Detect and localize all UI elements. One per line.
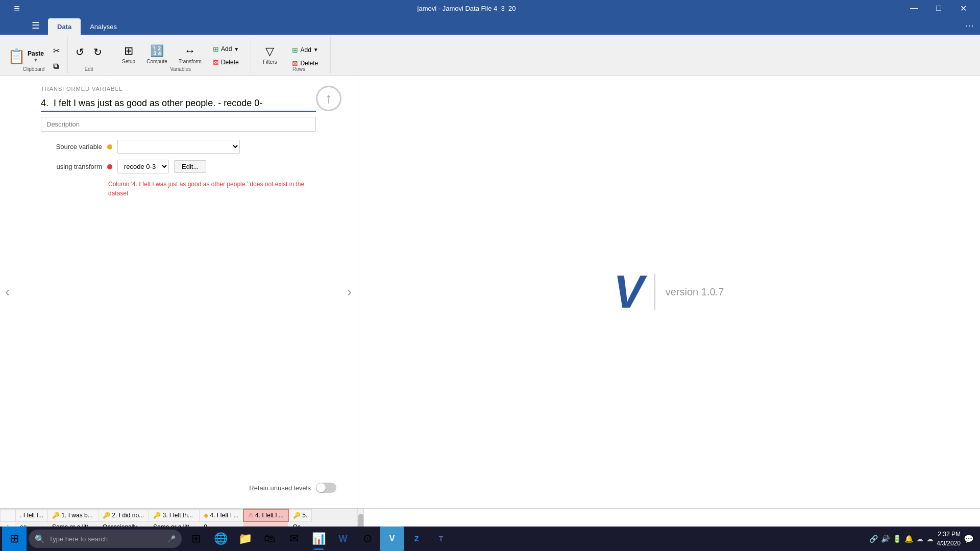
ribbon-toolbar: 📋 Paste ▼ ✂ ⧉ Clipboard ↺ [0, 35, 980, 76]
col-1-icon: 🔑 [52, 512, 61, 519]
minimize-button[interactable]: — [902, 0, 926, 16]
paste-label: Paste [28, 50, 44, 57]
maximize-button[interactable]: □ [927, 0, 950, 16]
col-header-0[interactable]: . I felt t... [16, 509, 48, 521]
col-5-label: 4. I felt I ... [255, 512, 284, 519]
compute-icon: 🔢 [150, 44, 164, 58]
nav-left-button[interactable]: ‹ [0, 279, 15, 305]
upload-icon: ↑ [325, 90, 332, 107]
section-label: TRANSFORMED VARIABLE [41, 86, 316, 92]
cut-button[interactable]: ✂ [50, 44, 63, 58]
powerpoint-button[interactable]: 📊 [306, 527, 331, 551]
setup-label: Setup [122, 59, 135, 64]
delete-icon: ⊠ [213, 58, 219, 66]
tab-analyses[interactable]: Analyses [81, 18, 126, 35]
col-header-4[interactable]: ◆ 4. I felt I ... [200, 509, 243, 521]
variables-delete-label: Delete [221, 59, 239, 66]
store-button[interactable]: 🛍 [257, 527, 282, 551]
search-icon: 🔍 [35, 534, 45, 544]
row-num-header [1, 509, 16, 521]
taskbar-time[interactable]: 2:32 PM 4/3/2020 [937, 530, 961, 548]
chrome-button[interactable]: ⊙ [355, 527, 380, 551]
tab-data[interactable]: Data [48, 18, 81, 35]
add-icon: ⊞ [213, 45, 219, 53]
main-area: ‹ › ↑ TRANSFORMED VARIABLE Source variab… [0, 76, 980, 508]
teams-button[interactable]: T [429, 527, 453, 551]
rows-label: Rows [259, 66, 338, 72]
transform-select[interactable]: recode 0-3 [117, 160, 169, 173]
col-4-label: 4. I felt I ... [210, 512, 239, 519]
var-name-input[interactable] [41, 96, 316, 112]
source-variable-row: Source variable [41, 140, 316, 154]
menu-button[interactable]: ≡ [5, 0, 29, 17]
col-1-label: 1. I was b... [61, 512, 92, 519]
hamburger-menu[interactable]: ☰ [26, 16, 46, 35]
network-icon[interactable]: 🔗 [869, 535, 878, 543]
mic-icon[interactable]: 🎤 [167, 535, 176, 543]
source-variable-select[interactable] [117, 140, 240, 154]
col-header-3[interactable]: 🔑 3. I felt th... [149, 509, 200, 521]
col-header-6[interactable]: 🔑 5. [288, 509, 312, 521]
source-label: Source variable [41, 143, 102, 151]
notifications-badge[interactable]: 💬 [964, 534, 974, 544]
close-button[interactable]: ✕ [951, 0, 975, 16]
task-view-button[interactable]: ⊞ [184, 527, 208, 551]
col-3-label: 3. I felt th... [162, 512, 192, 519]
rows-add-button[interactable]: ⊞ Add ▼ [288, 44, 322, 56]
col-4-icon: ◆ [204, 512, 210, 519]
retain-toggle[interactable] [316, 483, 336, 493]
zoom-button[interactable]: Z [404, 527, 429, 551]
using-transform-label: using transform [41, 163, 102, 170]
word-button[interactable]: W [331, 527, 355, 551]
date: 4/3/2020 [937, 539, 961, 548]
volume-icon[interactable]: 🔊 [881, 535, 890, 543]
explorer-button[interactable]: 📁 [233, 527, 257, 551]
transform-button[interactable]: ↔ Transform [175, 43, 205, 66]
rows-delete-label: Delete [300, 60, 318, 67]
edit-group: ↺ ↻ Edit [68, 37, 110, 73]
paste-button[interactable]: 📋 Paste ▼ [4, 46, 47, 66]
filters-button[interactable]: ▽ Filters [259, 43, 280, 66]
battery-icon[interactable]: 🔋 [893, 535, 901, 543]
edge-button[interactable]: 🌐 [208, 527, 233, 551]
col-header-1[interactable]: 🔑 1. I was b... [48, 509, 99, 521]
logo-version: version 1.0.7 [666, 286, 724, 298]
col-header-2[interactable]: 🔑 2. I did no... [99, 509, 149, 521]
rows-add-dropdown-icon: ▼ [313, 47, 318, 53]
setup-button[interactable]: ⊞ Setup [118, 43, 139, 66]
rows-group: ▽ Filters ⊞ Add ▼ ⊠ Delete Rows [251, 37, 331, 73]
setup-icon: ⊞ [124, 44, 133, 58]
start-button[interactable]: ⊞ [2, 527, 27, 551]
col-0-label: . I felt t... [20, 512, 43, 519]
ribbon-more-button[interactable]: ⋯ [959, 16, 980, 35]
col-header-5[interactable]: ⚠ 4. I felt I ... [243, 509, 288, 521]
variables-label: Variables [110, 66, 251, 72]
titlebar-title: jamovi - Jamovi Data File 4_3_20 [31, 5, 902, 12]
variables-add-button[interactable]: ⊞ Add ▼ [209, 43, 242, 55]
mail-button[interactable]: ✉ [282, 527, 306, 551]
search-text: Type here to search [49, 535, 108, 543]
window-controls: — □ ✕ [902, 0, 975, 16]
edit-button[interactable]: Edit... [174, 160, 206, 173]
redo-button[interactable]: ↻ [90, 44, 106, 60]
notification-icon[interactable]: 🔔 [904, 535, 913, 543]
compute-button[interactable]: 🔢 Compute [143, 43, 171, 66]
toggle-knob [316, 483, 326, 492]
clock: 2:32 PM [937, 530, 961, 539]
edit-label: Edit [68, 66, 110, 72]
venmo-button[interactable]: V [380, 527, 404, 551]
transform-panel: ‹ › ↑ TRANSFORMED VARIABLE Source variab… [0, 76, 357, 508]
transform-icon: ↔ [184, 44, 195, 58]
compute-label: Compute [146, 59, 167, 64]
taskbar-search[interactable]: 🔍 Type here to search 🎤 [29, 530, 182, 548]
cloud-icon[interactable]: ☁ [916, 535, 923, 543]
add-dropdown-icon: ▼ [234, 46, 239, 52]
retain-label: Retain unused levels [249, 484, 311, 492]
upload-button[interactable]: ↑ [316, 86, 341, 111]
onedrive-icon[interactable]: ☁ [926, 535, 934, 543]
undo-button[interactable]: ↺ [72, 44, 88, 60]
description-input[interactable] [41, 117, 316, 132]
nav-right-button[interactable]: › [342, 279, 357, 305]
redo-icon: ↻ [93, 46, 102, 58]
transform-label: Transform [179, 59, 202, 64]
